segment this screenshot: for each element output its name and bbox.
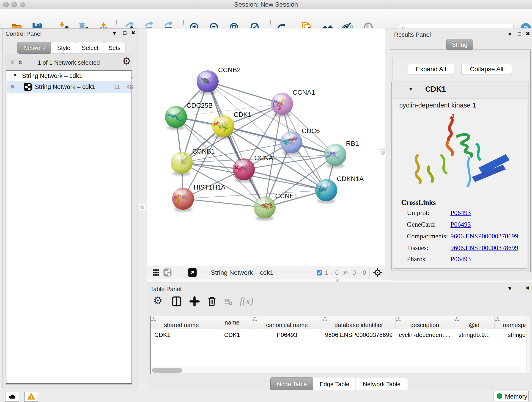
table-cell[interactable]: stringdb:9... <box>454 329 495 341</box>
horizontal-scrollbar[interactable] <box>151 367 529 374</box>
column-header-shared-name[interactable]: shared name <box>151 316 212 329</box>
expand-all-button[interactable]: Expand All <box>408 64 454 75</box>
table-options-gear-icon[interactable]: ⚙ <box>153 295 162 306</box>
attribute-type-icon <box>495 317 500 322</box>
crosslink-pharos[interactable]: P06493 <box>450 255 471 263</box>
horizontal-scrollbar-thumb[interactable] <box>152 368 182 373</box>
protein-structure-image <box>403 110 522 197</box>
tab-node-table[interactable]: Node Table <box>270 377 313 391</box>
title-bar[interactable]: Session: New Session <box>0 0 532 9</box>
string-app-icon <box>23 83 32 91</box>
network-list: ▼ String Network – cdk1 1 String Network… <box>6 70 132 384</box>
function-builder-icon[interactable]: f(x) <box>240 295 253 306</box>
tab-select[interactable]: Select <box>76 42 104 54</box>
memory-label: Memory <box>505 393 527 400</box>
crosslink-genecard[interactable]: P06493 <box>450 221 471 228</box>
attribute-type-icon <box>454 317 459 322</box>
cloud-button[interactable] <box>5 392 19 402</box>
column-header-namespace[interactable]: namespace <box>495 316 530 329</box>
crosslinks-title: CrossLinks <box>401 198 436 207</box>
svg-text:CDC25B: CDC25B <box>186 102 213 109</box>
tab-string-results[interactable]: String <box>446 39 473 50</box>
svg-text:HIST1H1A: HIST1H1A <box>194 184 225 191</box>
table-cell[interactable]: 9606.ENSP00000378699 <box>322 329 396 341</box>
hidden-count: 0 – 0 <box>352 269 366 276</box>
collection-count: 1 <box>130 72 133 80</box>
add-column-icon[interactable] <box>189 296 200 307</box>
column-header-canonical-name[interactable]: canonical name <box>252 316 322 329</box>
horizontal-splitter-handle[interactable] <box>336 279 339 282</box>
table-cell[interactable]: cyclin-dependent ... <box>396 329 454 341</box>
column-header-description[interactable]: description <box>396 316 454 329</box>
table-panel-float-icon[interactable]: □ <box>518 286 521 291</box>
network-view-toolbar: String Network – cdk1 1 – 0 0 – 0 <box>147 266 385 279</box>
table-row[interactable]: CDK1CDK1P064939606.ENSP00000378699cyclin… <box>151 329 530 341</box>
attribute-type-icon <box>151 317 156 322</box>
crosslink-label: Pharos: <box>407 255 427 263</box>
table-header-row: shared namenamecanonical namedatabase id… <box>151 316 530 329</box>
attribute-type-icon <box>396 317 401 322</box>
hidden-eye-icon[interactable] <box>341 269 350 276</box>
expand-all-networks-icon[interactable] <box>9 59 16 65</box>
network-options-gear-icon[interactable]: ⚙ <box>122 56 131 66</box>
warning-button[interactable] <box>24 392 38 402</box>
selected-checkbox-icon[interactable] <box>317 269 323 276</box>
results-panel-title: Results Panel <box>394 31 431 38</box>
table-cell[interactable]: CDK1 <box>151 329 212 341</box>
attribute-type-icon <box>252 317 257 322</box>
crosslink-tissues[interactable]: 9606.ENSP00000378699 <box>450 244 518 252</box>
toolbar-separator <box>310 268 310 278</box>
results-panel-menu-icon[interactable]: ▼ <box>507 32 513 37</box>
results-panel-close-icon[interactable]: ✖ <box>526 31 530 36</box>
toolbar-separator <box>179 268 179 278</box>
birds-eye-view-icon[interactable] <box>187 268 197 277</box>
svg-text:CCNA2: CCNA2 <box>254 154 277 162</box>
column-header--id[interactable]: @id <box>454 316 495 329</box>
column-header-name[interactable]: name <box>212 316 252 329</box>
show-columns-icon[interactable] <box>171 296 182 307</box>
left-splitter-handle[interactable] <box>139 204 145 211</box>
right-splitter-handle[interactable] <box>380 149 386 156</box>
crosslink-label: Compartments: <box>407 232 448 240</box>
table-cell[interactable]: stringdb <box>495 329 530 341</box>
collection-expand-icon[interactable]: ▼ <box>13 73 17 77</box>
network-selected-status: 1 of 1 Network selected <box>30 59 108 66</box>
crosslink-compartments[interactable]: 9606.ENSP00000378699 <box>450 232 518 240</box>
network-edge-count: 48 <box>127 83 133 90</box>
vertical-scrollbar[interactable] <box>526 316 530 374</box>
results-panel-float-icon[interactable]: □ <box>518 31 521 36</box>
delete-column-icon[interactable] <box>207 296 217 307</box>
table-panel-menu-icon[interactable]: ▼ <box>507 286 513 291</box>
control-panel-close-icon[interactable]: ✖ <box>131 30 135 36</box>
table-cell[interactable]: P06493 <box>252 329 322 341</box>
memory-button[interactable]: Memory <box>493 391 529 401</box>
network-graph[interactable]: CCNB2CCNA1CDC25BCDK1CDC6RB1CCNB1CCNA2CDK… <box>147 28 385 266</box>
network-collection-row[interactable]: ▼ String Network – cdk1 1 <box>6 70 132 81</box>
svg-text:RB1: RB1 <box>346 140 359 147</box>
tab-network[interactable]: Network <box>17 42 51 54</box>
toolbar-separator <box>369 268 370 278</box>
control-panel-menu-icon[interactable]: ▼ <box>112 31 117 36</box>
table-panel-close-icon[interactable]: ✖ <box>526 286 530 291</box>
crosshair-icon[interactable] <box>373 268 382 277</box>
grid-view-icon[interactable] <box>152 269 159 276</box>
gene-description: cyclin-dependent kinase 1 <box>399 102 476 109</box>
tab-edge-table[interactable]: Edge Table <box>313 377 356 391</box>
control-panel-float-icon[interactable]: □ <box>123 30 127 36</box>
svg-text:CCNA1: CCNA1 <box>293 89 315 96</box>
string-view-icon[interactable] <box>163 268 172 277</box>
control-panel-title: Control Panel <box>6 30 42 37</box>
crosslink-label: Tissues: <box>407 244 428 252</box>
crosslink-uniprot[interactable]: P06493 <box>450 209 471 217</box>
gene-collapse-icon[interactable]: ▼ <box>408 87 413 92</box>
collapse-all-button[interactable]: Collapse All <box>462 64 512 75</box>
network-node-count: 11 <box>114 83 120 90</box>
delete-table-icon[interactable] <box>224 298 233 306</box>
column-header-database-identifier[interactable]: database identifier <box>322 316 396 329</box>
tab-style[interactable]: Style <box>51 42 76 54</box>
tab-network-table[interactable]: Network Table <box>355 377 408 391</box>
tab-sets[interactable]: Sets <box>104 42 125 54</box>
network-row[interactable]: String Network – cdk1 11 48 <box>7 81 131 93</box>
collapse-all-networks-icon[interactable] <box>17 59 23 65</box>
table-cell[interactable]: CDK1 <box>212 329 252 341</box>
